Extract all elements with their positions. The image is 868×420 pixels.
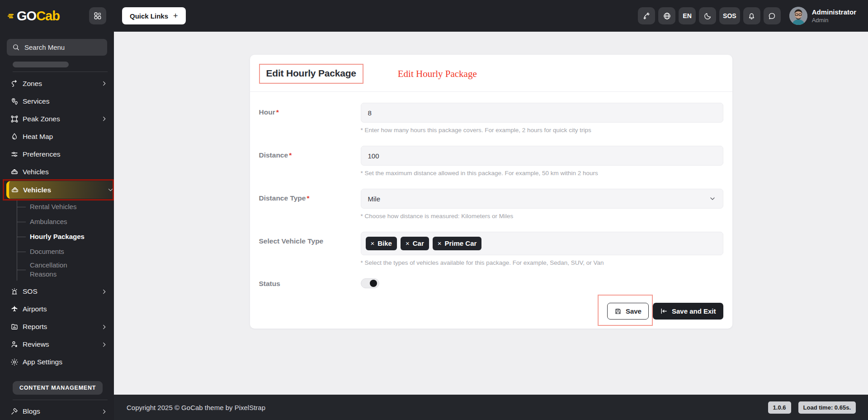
logo-speed-lines-icon [8,12,15,20]
distance-hint: * Set the maximum distance allowed in th… [361,170,723,177]
distance-label: Distance* [259,146,361,177]
sidebar-subitem-ambulances[interactable]: Ambulances [17,215,108,229]
save-button[interactable]: Save [607,303,649,320]
header-left: GOCab [0,7,114,24]
siren-icon [10,287,19,296]
sidebar-item-label: Heat Map [23,133,108,141]
arrow-left-to-bar-icon [660,307,668,315]
vehicle-tag-bike: ×Bike [366,237,397,250]
sidebar-item-reports[interactable]: Reports [10,318,108,336]
brush-icon[interactable] [638,7,655,24]
sidebar-item-blogs[interactable]: Blogs [10,403,108,420]
vehicle-type-multiselect[interactable]: ×Bike×Car×Prime Car [361,232,723,255]
chat-icon [768,12,776,20]
vehicle-type-hint: * Select the types of vehicles available… [361,259,723,266]
chevron-down-icon [107,186,114,193]
toggle-knob [370,280,377,287]
chevron-right-icon [101,80,108,87]
avatar [789,7,807,25]
required-asterisk: * [289,151,292,159]
sidebar-submenu-vehicles: Rental VehiclesAmbulancesHourly Packages… [17,200,108,281]
hour-hint: * Enter how many hours this package cove… [361,127,723,134]
globe-icon[interactable] [658,7,675,24]
sidebar-item-label: SOS [23,287,97,296]
header-actions: ENSOS Administrator Admin [638,7,868,25]
reports-icon [10,323,19,331]
footer: Copyright 2025 © GoCab theme by PixelStr… [114,395,868,420]
search-menu-input[interactable]: Search Menu [7,39,107,56]
sidebar-subitem-documents[interactable]: Documents [17,244,108,259]
chevron-right-icon [101,341,108,348]
sidebar-item-sos[interactable]: SOS [10,283,108,301]
content-management-section-label: CONTENT MANAGEMENT [13,381,103,395]
reviewer-icon [10,340,19,348]
sidebar: Search Menu ZonesServicesPeak ZonesHeat … [0,32,114,420]
sidebar-item-label: Peak Zones [23,115,97,123]
remove-tag-icon[interactable]: × [438,240,442,247]
bounding-box-icon [10,115,19,123]
sliders-icon [10,150,19,158]
distance-type-value: Mile [368,195,381,203]
user-role: Admin [812,17,856,24]
form-row-distance: Distance* * Set the maximum distance all… [259,146,723,177]
sidebar-item-vehicles[interactable]: Vehicles [10,163,108,181]
plus-icon: + [173,11,178,21]
heat-drop-icon [10,133,19,141]
sidebar-item-peak-zones[interactable]: Peak Zones [10,110,108,128]
sidebar-item-reviews[interactable]: Reviews [10,336,108,353]
remove-tag-icon[interactable]: × [371,240,375,247]
sidebar-item-zones[interactable]: Zones [10,75,108,92]
user-menu[interactable]: Administrator Admin [789,7,856,25]
save-icon [614,308,622,315]
chat-icon[interactable] [764,7,781,24]
tree-tick [17,207,26,207]
card-header: Edit Hourly Package Edit Hourly Package [250,55,732,92]
distance-type-label: Distance Type* [259,189,361,220]
route-icon [10,80,19,88]
vehicle-tag-prime-car: ×Prime Car [433,237,482,250]
sidebar-item-preferences[interactable]: Preferences [10,145,108,163]
vehicle-tag-label: Prime Car [445,239,477,247]
sidebar-subitem-rental-vehicles[interactable]: Rental Vehicles [17,200,108,215]
sidebar-item-airports[interactable]: Airports [10,301,108,318]
distance-input[interactable] [361,146,723,166]
language-button[interactable]: EN [679,7,696,24]
sidebar-item-vehicles[interactable]: Vehicles [6,181,114,199]
form-actions: Save Save and Exit [250,295,732,326]
sidebar-item-heat-map[interactable]: Heat Map [10,128,108,145]
sidebar-scroll-pill [13,62,69,67]
required-asterisk: * [276,108,279,116]
remove-tag-icon[interactable]: × [406,240,410,247]
taxi-icon [10,168,19,176]
sidebar-subitem-hourly-packages[interactable]: Hourly Packages [17,229,108,244]
gocab-logo[interactable]: GOCab [8,10,60,23]
sidebar-subitem-label: Documents [30,246,64,258]
hour-input[interactable] [361,103,723,123]
sidebar-item-label: Zones [23,80,97,88]
sidebar-item-services[interactable]: Services [10,92,108,110]
sidebar-subitem-cancellation-reasons[interactable]: Cancellation Reasons [17,259,108,281]
user-name: Administrator [812,8,856,17]
sidebar-item-app-settings[interactable]: App Settings [10,353,108,371]
sidebar-menu-bottom: Blogs [0,400,114,420]
status-toggle[interactable] [361,278,379,288]
moon-icon[interactable] [699,7,716,24]
save-and-exit-button[interactable]: Save and Exit [653,303,723,320]
hour-label: Hour* [259,103,361,134]
sidebar-subitem-label: Hourly Packages [30,231,85,243]
vehicle-type-label: Select Vehicle Type [259,232,361,266]
grid-menu-button[interactable] [89,7,106,24]
sos-button[interactable]: SOS [719,7,740,24]
plane-icon [10,305,19,313]
quick-links-button[interactable]: Quick Links + [122,7,186,24]
bell-icon [747,12,756,20]
map-pins-icon [10,97,19,105]
distance-type-select[interactable]: Mile [361,189,723,209]
bell-icon[interactable] [743,7,760,24]
globe-icon [663,12,671,20]
tree-tick [17,270,26,270]
vehicle-tag-label: Bike [377,239,392,247]
taxi-icon [11,186,19,194]
form-row-hour: Hour* * Enter how many hours this packag… [259,103,723,134]
sidebar-subitem-label: Ambulances [30,216,67,228]
